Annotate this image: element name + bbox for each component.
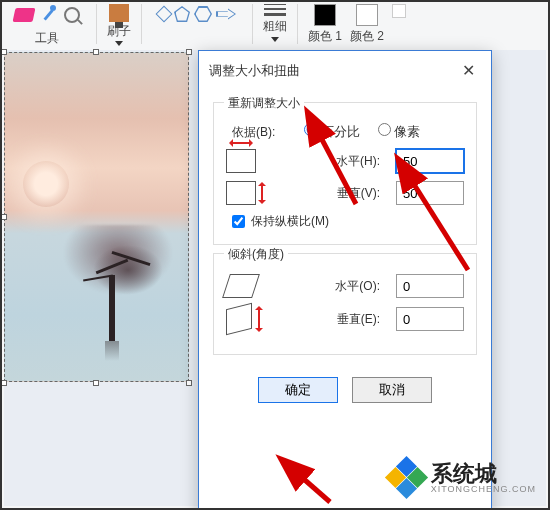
skew-group: 倾斜(角度) 水平(O): 垂直(E): xyxy=(213,253,477,355)
watermark: 系统城 XITONGCHENG.COM xyxy=(389,460,536,496)
shape-right-arrow-icon[interactable] xyxy=(216,7,236,21)
watermark-url: XITONGCHENG.COM xyxy=(431,485,536,494)
tools-group: 工具 xyxy=(8,4,86,49)
shape-diamond-icon[interactable] xyxy=(156,6,173,23)
resize-handle[interactable] xyxy=(1,380,7,386)
keep-ratio-label: 保持纵横比(M) xyxy=(251,213,329,230)
dialog-title: 调整大小和扭曲 xyxy=(209,62,300,80)
canvas-tree xyxy=(53,221,173,341)
shapes-group xyxy=(152,4,242,24)
brush-button[interactable]: 刷子 xyxy=(107,4,131,46)
resize-skew-dialog: 调整大小和扭曲 ✕ 重新调整大小 依据(B): 百分比 像素 水平(H): xyxy=(198,50,492,510)
close-button[interactable]: ✕ xyxy=(456,59,481,82)
percent-radio[interactable]: 百分比 xyxy=(304,123,360,141)
shape-hexagon-icon[interactable] xyxy=(194,6,212,22)
color1-button[interactable]: 颜色 1 xyxy=(308,4,342,45)
ok-button[interactable]: 确定 xyxy=(258,377,338,403)
chevron-down-icon xyxy=(271,37,279,42)
tools-label: 工具 xyxy=(35,26,59,47)
resize-handle[interactable] xyxy=(93,380,99,386)
canvas-workspace: 调整大小和扭曲 ✕ 重新调整大小 依据(B): 百分比 像素 水平(H): xyxy=(4,50,546,506)
canvas-sun xyxy=(23,161,69,207)
chevron-down-icon xyxy=(115,41,123,46)
palette-swatch[interactable] xyxy=(392,4,406,18)
resize-handle[interactable] xyxy=(93,49,99,55)
keep-ratio-checkbox[interactable] xyxy=(232,215,245,228)
palette[interactable] xyxy=(392,4,406,18)
thickness-button[interactable]: 粗细 xyxy=(263,4,287,42)
divider xyxy=(141,4,142,44)
canvas-image[interactable] xyxy=(4,52,189,382)
color2-swatch-icon xyxy=(356,4,378,26)
skew-horizontal-input[interactable] xyxy=(396,274,464,298)
skew-horizontal-label: 水平(O): xyxy=(266,278,386,295)
color1-swatch-icon xyxy=(314,4,336,26)
resize-group: 重新调整大小 依据(B): 百分比 像素 水平(H): 垂直(V): xyxy=(213,102,477,245)
magnifier-icon[interactable] xyxy=(64,7,80,23)
cancel-button[interactable]: 取消 xyxy=(352,377,432,403)
skew-vertical-label: 垂直(E): xyxy=(270,311,386,328)
thickness-label: 粗细 xyxy=(263,18,287,35)
resize-handle[interactable] xyxy=(186,380,192,386)
by-label: 依据(B): xyxy=(232,124,286,141)
resize-handle[interactable] xyxy=(186,49,192,55)
dropper-icon[interactable] xyxy=(40,6,58,24)
vertical-skew-icon xyxy=(226,306,260,332)
pixels-radio[interactable]: 像素 xyxy=(378,123,421,141)
color2-label: 颜色 2 xyxy=(350,28,384,45)
resize-handle[interactable] xyxy=(1,214,7,220)
skew-vertical-input[interactable] xyxy=(396,307,464,331)
ribbon: 工具 刷子 粗细 颜色 1 颜色 2 xyxy=(2,2,548,50)
resize-handle[interactable] xyxy=(1,49,7,55)
thickness-icon xyxy=(264,4,286,16)
watermark-logo-icon xyxy=(389,460,425,496)
vertical-label: 垂直(V): xyxy=(266,185,386,202)
horizontal-skew-icon xyxy=(226,274,256,298)
watermark-text: 系统城 xyxy=(431,463,536,485)
horizontal-input[interactable] xyxy=(396,149,464,173)
divider xyxy=(252,4,253,44)
vertical-input[interactable] xyxy=(396,181,464,205)
skew-group-title: 倾斜(角度) xyxy=(224,246,288,263)
horizontal-resize-icon xyxy=(226,149,256,173)
resize-group-title: 重新调整大小 xyxy=(224,95,304,112)
brush-icon xyxy=(109,4,129,22)
color2-button[interactable]: 颜色 2 xyxy=(350,4,384,45)
divider xyxy=(297,4,298,44)
shape-pentagon-icon[interactable] xyxy=(174,6,190,22)
dialog-titlebar: 调整大小和扭曲 ✕ xyxy=(199,51,491,90)
eraser-icon[interactable] xyxy=(13,8,36,22)
color1-label: 颜色 1 xyxy=(308,28,342,45)
vertical-resize-icon xyxy=(226,181,256,205)
horizontal-label: 水平(H): xyxy=(266,153,386,170)
divider xyxy=(96,4,97,44)
